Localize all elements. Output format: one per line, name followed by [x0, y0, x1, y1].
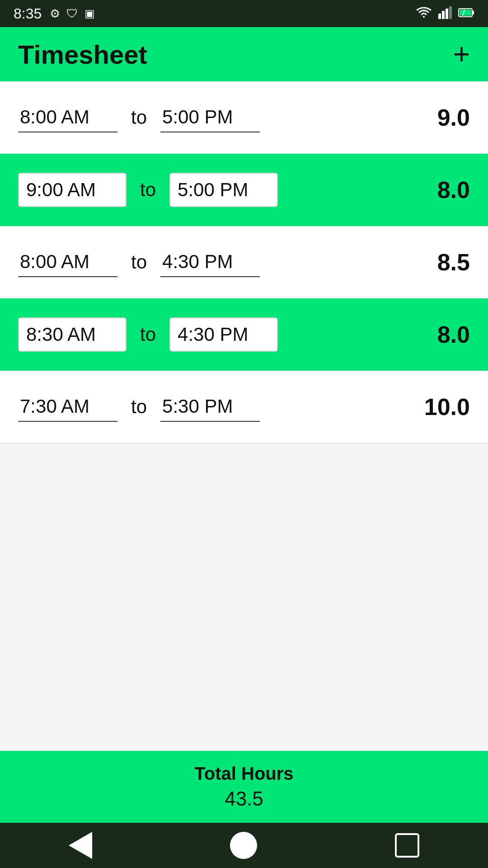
end-time-4[interactable]	[169, 317, 278, 352]
recents-button[interactable]	[395, 833, 419, 858]
home-button[interactable]	[230, 832, 257, 859]
entry-row-4: to 8.0	[0, 298, 488, 371]
to-label-4: to	[140, 324, 156, 345]
status-left: 8:35 ⚙ 🛡 ▣	[14, 5, 95, 22]
entry-row-2: to 8.0	[0, 154, 488, 226]
hours-5: 10.0	[424, 393, 470, 420]
svg-rect-2	[446, 9, 448, 19]
to-label-5: to	[131, 396, 147, 418]
battery-icon	[458, 8, 474, 19]
svg-rect-6	[460, 9, 471, 16]
end-time-1[interactable]	[160, 103, 260, 132]
svg-rect-3	[449, 6, 452, 19]
start-time-1[interactable]	[18, 103, 117, 132]
hours-3: 8.5	[437, 249, 470, 276]
total-label: Total Hours	[18, 764, 470, 784]
app-header: Timesheet +	[0, 27, 488, 81]
to-label-1: to	[131, 107, 147, 128]
empty-area	[0, 444, 488, 751]
hours-2: 8.0	[437, 176, 470, 203]
status-time: 8:35	[14, 5, 42, 22]
back-icon	[69, 832, 92, 859]
status-bar: 8:35 ⚙ 🛡 ▣	[0, 0, 488, 27]
hours-1: 9.0	[437, 104, 470, 131]
status-icons: ⚙ 🛡 ▣	[50, 7, 95, 21]
end-time-5[interactable]	[160, 392, 260, 422]
wifi-icon	[416, 7, 432, 20]
shield-icon: 🛡	[66, 7, 78, 21]
end-time-3[interactable]	[160, 247, 260, 277]
hours-4: 8.0	[437, 321, 470, 348]
svg-rect-1	[442, 11, 445, 19]
svg-rect-0	[438, 14, 441, 19]
back-button[interactable]	[69, 832, 92, 859]
svg-rect-5	[472, 11, 474, 14]
status-right	[416, 6, 474, 21]
to-label-3: to	[131, 251, 147, 273]
bottom-nav	[0, 823, 488, 868]
start-time-4[interactable]	[18, 317, 127, 352]
entry-row-5: to 10.0	[0, 371, 488, 443]
recents-icon	[395, 833, 419, 858]
clipboard-icon: ▣	[84, 7, 95, 20]
entry-row-1: to 9.0	[0, 81, 488, 154]
start-time-3[interactable]	[18, 247, 117, 277]
end-time-2[interactable]	[169, 173, 278, 207]
entry-row-3: to 8.5	[0, 226, 488, 298]
add-entry-button[interactable]: +	[453, 40, 470, 69]
total-value: 43.5	[18, 788, 470, 810]
to-label-2: to	[140, 179, 156, 201]
gear-icon: ⚙	[50, 7, 60, 21]
home-icon	[230, 832, 257, 859]
total-footer: Total Hours 43.5	[0, 751, 488, 823]
app-title: Timesheet	[18, 39, 147, 70]
main-content: to 9.0 to 8.0 to 8.5 to 8.0 to 10.0	[0, 81, 488, 751]
start-time-5[interactable]	[18, 392, 117, 422]
signal-icon	[438, 6, 452, 21]
start-time-2[interactable]	[18, 173, 127, 207]
